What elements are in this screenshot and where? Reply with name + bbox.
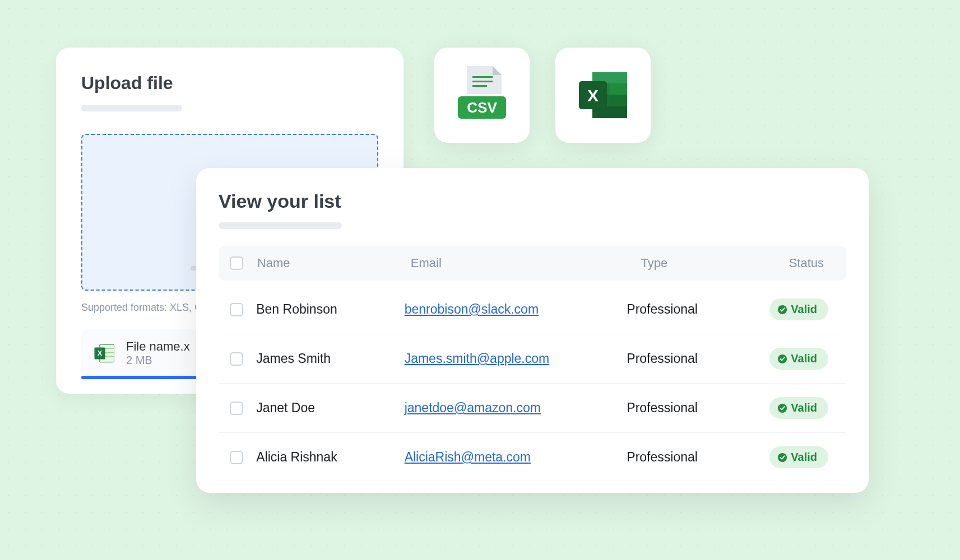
table-header-row: Name Email Type Status	[219, 246, 846, 281]
row-name: Alicia Rishnak	[256, 450, 404, 465]
table-row: Ben Robinsonbenrobison@slack.comProfessi…	[219, 285, 846, 334]
list-title: View your list	[219, 190, 846, 212]
list-subtitle-placeholder	[219, 222, 342, 229]
select-all-checkbox[interactable]	[230, 256, 243, 270]
status-text: Valid	[791, 352, 817, 365]
row-checkbox[interactable]	[230, 352, 243, 366]
row-name: James Smith	[256, 351, 404, 366]
status-badge: Valid	[769, 397, 828, 419]
file-info: File name.x 2 MB	[126, 339, 190, 367]
row-type: Professional	[627, 351, 769, 366]
status-badge: Valid	[769, 446, 828, 468]
row-email-link[interactable]: benrobison@slack.com	[405, 302, 539, 316]
row-checkbox[interactable]	[230, 451, 243, 464]
excel-file-icon: X	[92, 342, 116, 365]
status-badge: Valid	[769, 298, 828, 320]
column-header-email: Email	[411, 256, 641, 270]
excel-format-card: X	[555, 48, 651, 143]
row-type: Professional	[627, 400, 769, 416]
check-circle-icon	[777, 305, 787, 315]
svg-rect-7	[472, 81, 493, 82]
table-body: Ben Robinsonbenrobison@slack.comProfessi…	[219, 285, 846, 482]
svg-point-21	[778, 354, 787, 363]
row-checkbox[interactable]	[230, 402, 243, 415]
check-circle-icon	[777, 452, 787, 463]
check-circle-icon	[777, 403, 787, 413]
csv-file-icon: CSV	[451, 62, 513, 129]
status-text: Valid	[791, 303, 817, 316]
status-badge: Valid	[769, 348, 828, 370]
upload-subtitle-placeholder	[81, 105, 182, 111]
svg-text:CSV: CSV	[467, 99, 497, 116]
svg-text:X: X	[587, 86, 599, 105]
upload-title: Upload file	[81, 73, 378, 94]
status-text: Valid	[791, 402, 817, 414]
row-type: Professional	[627, 450, 769, 465]
format-icon-group: CSV X	[434, 48, 651, 143]
svg-point-23	[778, 452, 787, 461]
svg-text:X: X	[98, 349, 103, 357]
column-header-type: Type	[641, 256, 789, 270]
table-row: Janet Doejanetdoe@amazon.comProfessional…	[219, 384, 846, 433]
row-checkbox[interactable]	[230, 303, 243, 316]
row-email-link[interactable]: janetdoe@amazon.com	[405, 400, 541, 415]
svg-point-20	[778, 305, 787, 314]
column-header-name: Name	[257, 256, 411, 270]
check-circle-icon	[777, 354, 787, 364]
view-list-card: View your list Name Email Type Status Be…	[196, 168, 869, 493]
svg-rect-6	[472, 76, 493, 78]
table-row: Alicia RishnakAliciaRish@meta.comProfess…	[219, 433, 846, 482]
table-row: James SmithJames.smith@apple.comProfessi…	[219, 334, 846, 384]
svg-point-22	[778, 403, 787, 412]
column-header-status: Status	[789, 256, 835, 270]
row-type: Professional	[627, 302, 769, 317]
svg-rect-14	[610, 83, 627, 95]
excel-app-icon: X	[572, 64, 634, 126]
row-email-link[interactable]: James.smith@apple.com	[405, 351, 550, 366]
csv-format-card: CSV	[434, 48, 530, 143]
svg-rect-16	[610, 95, 627, 106]
file-name: File name.x	[126, 339, 190, 354]
row-name: Ben Robinson	[256, 302, 404, 317]
row-name: Janet Doe	[256, 400, 404, 416]
svg-rect-8	[472, 85, 487, 87]
file-size: 2 MB	[126, 354, 190, 367]
status-text: Valid	[791, 451, 817, 464]
row-email-link[interactable]: AliciaRish@meta.com	[405, 450, 531, 464]
